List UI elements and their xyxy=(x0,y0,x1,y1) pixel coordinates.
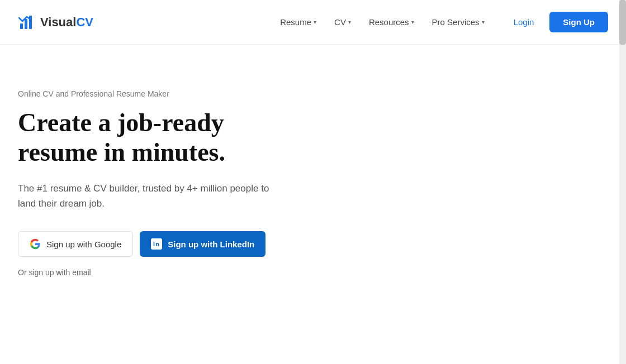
svg-rect-0 xyxy=(20,23,23,29)
linkedin-signup-label: Sign up with LinkedIn xyxy=(168,240,254,249)
chevron-down-icon: ▾ xyxy=(411,19,414,25)
hero-subtitle: Online CV and Professional Resume Maker xyxy=(18,89,273,98)
google-signup-button[interactable]: Sign up with Google xyxy=(18,231,133,257)
nav-link-resume[interactable]: Resume ▾ xyxy=(273,13,323,31)
signup-button[interactable]: Sign Up xyxy=(549,12,608,32)
chevron-down-icon: ▾ xyxy=(314,19,316,25)
chevron-down-icon: ▾ xyxy=(482,19,485,25)
nav-item-cv: CV ▾ xyxy=(328,13,358,31)
nav-link-cv[interactable]: CV ▾ xyxy=(328,13,358,31)
nav-label-cv: CV xyxy=(334,17,346,27)
nav-menu: Resume ▾ CV ▾ Resources ▾ Pro Services ▾ xyxy=(273,13,491,31)
linkedin-signup-button[interactable]: Sign up with LinkedIn xyxy=(140,231,265,257)
logo-visual: Visual xyxy=(40,15,76,29)
nav-auth: Login Sign Up xyxy=(505,12,608,32)
nav-item-resources: Resources ▾ xyxy=(362,13,421,31)
hero-description: The #1 resume & CV builder, trusted by 4… xyxy=(18,181,273,211)
login-button[interactable]: Login xyxy=(505,13,543,31)
nav-label-resume: Resume xyxy=(280,17,311,27)
google-signup-label: Sign up with Google xyxy=(46,240,121,249)
scrollbar[interactable] xyxy=(619,0,626,364)
chevron-down-icon: ▾ xyxy=(348,19,351,25)
linkedin-icon xyxy=(151,238,162,250)
hero-title: Create a job-ready resume in minutes. xyxy=(18,108,273,167)
svg-rect-2 xyxy=(29,16,32,29)
scrollbar-thumb xyxy=(619,0,626,45)
nav-item-pro-services: Pro Services ▾ xyxy=(425,13,491,31)
logo-cv: CV xyxy=(76,15,93,29)
logo-icon xyxy=(18,13,36,31)
hero-content: Online CV and Professional Resume Maker … xyxy=(0,45,291,310)
email-signup-link[interactable]: Or sign up with email xyxy=(18,268,273,277)
nav-item-resume: Resume ▾ xyxy=(273,13,323,31)
nav-link-resources[interactable]: Resources ▾ xyxy=(362,13,421,31)
nav-link-pro-services[interactable]: Pro Services ▾ xyxy=(425,13,491,31)
nav-label-pro-services: Pro Services xyxy=(432,17,480,27)
logo-link[interactable]: VisualCV xyxy=(18,13,93,31)
cta-buttons: Sign up with Google Sign up with LinkedI… xyxy=(18,231,273,257)
navbar: VisualCV Resume ▾ CV ▾ Resources ▾ Pro S… xyxy=(0,0,626,45)
nav-label-resources: Resources xyxy=(369,17,409,27)
google-icon xyxy=(30,238,41,250)
svg-rect-1 xyxy=(25,19,27,29)
hero-section: Online CV and Professional Resume Maker … xyxy=(0,45,626,310)
